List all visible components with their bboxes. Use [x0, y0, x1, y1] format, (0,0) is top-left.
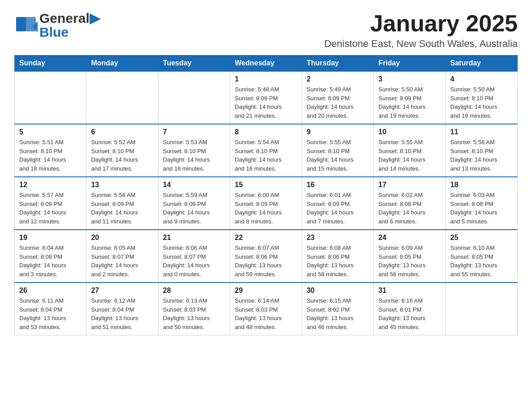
day-info: Sunrise: 6:04 AMSunset: 8:08 PMDaylight:…	[19, 244, 82, 278]
calendar-cell: 25Sunrise: 6:10 AMSunset: 8:05 PMDayligh…	[446, 230, 517, 283]
day-info: Sunrise: 6:12 AMSunset: 8:04 PMDaylight:…	[91, 296, 153, 331]
calendar-cell: 15Sunrise: 6:00 AMSunset: 8:09 PMDayligh…	[230, 177, 302, 230]
calendar-cell: 9Sunrise: 5:55 AMSunset: 8:10 PMDaylight…	[302, 124, 373, 177]
calendar-cell: 10Sunrise: 5:55 AMSunset: 8:10 PMDayligh…	[374, 124, 446, 177]
logo-blue-text: ▶	[90, 11, 100, 26]
day-number: 29	[235, 287, 297, 295]
day-info: Sunrise: 6:08 AMSunset: 8:06 PMDaylight:…	[307, 244, 369, 278]
day-number: 22	[235, 234, 297, 242]
title-section: January 2025 Denistone East, New South W…	[324, 11, 518, 50]
calendar-week-1: 1Sunrise: 5:48 AMSunset: 8:09 PMDaylight…	[15, 71, 518, 124]
day-info: Sunrise: 5:53 AMSunset: 8:10 PMDaylight:…	[163, 138, 225, 173]
day-number: 30	[307, 287, 369, 295]
calendar-cell: 30Sunrise: 6:15 AMSunset: 8:02 PMDayligh…	[302, 283, 373, 335]
day-number: 2	[307, 75, 369, 83]
page-header: General▶ Blue January 2025 Denistone Eas…	[14, 11, 518, 50]
calendar-cell: 1Sunrise: 5:48 AMSunset: 8:09 PMDaylight…	[230, 71, 302, 124]
day-info: Sunrise: 5:57 AMSunset: 8:09 PMDaylight:…	[19, 191, 82, 226]
day-number: 21	[163, 234, 225, 242]
calendar-cell: 7Sunrise: 5:53 AMSunset: 8:10 PMDaylight…	[158, 124, 230, 177]
day-number: 26	[19, 287, 82, 295]
day-number: 16	[307, 181, 369, 189]
day-info: Sunrise: 5:51 AMSunset: 8:10 PMDaylight:…	[19, 138, 82, 173]
svg-rect-1	[16, 17, 26, 31]
calendar-week-2: 5Sunrise: 5:51 AMSunset: 8:10 PMDaylight…	[15, 124, 518, 177]
calendar-week-3: 12Sunrise: 5:57 AMSunset: 8:09 PMDayligh…	[15, 177, 518, 230]
calendar-cell: 12Sunrise: 5:57 AMSunset: 8:09 PMDayligh…	[15, 177, 86, 230]
day-number: 31	[378, 287, 441, 295]
day-info: Sunrise: 5:54 AMSunset: 8:10 PMDaylight:…	[235, 138, 297, 173]
day-info: Sunrise: 6:14 AMSunset: 8:03 PMDaylight:…	[235, 296, 297, 331]
calendar-week-5: 26Sunrise: 6:11 AMSunset: 8:04 PMDayligh…	[15, 283, 518, 335]
calendar-cell: 22Sunrise: 6:07 AMSunset: 8:06 PMDayligh…	[230, 230, 302, 283]
day-info: Sunrise: 6:15 AMSunset: 8:02 PMDaylight:…	[307, 296, 369, 331]
day-number: 27	[91, 287, 153, 295]
calendar-cell: 11Sunrise: 5:56 AMSunset: 8:10 PMDayligh…	[446, 124, 517, 177]
day-info: Sunrise: 5:55 AMSunset: 8:10 PMDaylight:…	[378, 138, 441, 173]
calendar-cell: 2Sunrise: 5:49 AMSunset: 8:09 PMDaylight…	[302, 71, 373, 124]
day-info: Sunrise: 5:49 AMSunset: 8:09 PMDaylight:…	[307, 85, 369, 120]
day-info: Sunrise: 6:07 AMSunset: 8:06 PMDaylight:…	[235, 244, 297, 278]
calendar-cell: 29Sunrise: 6:14 AMSunset: 8:03 PMDayligh…	[230, 283, 302, 335]
calendar-cell: 3Sunrise: 5:50 AMSunset: 8:09 PMDaylight…	[374, 71, 446, 124]
calendar-cell: 17Sunrise: 6:02 AMSunset: 8:08 PMDayligh…	[374, 177, 446, 230]
day-info: Sunrise: 6:10 AMSunset: 8:05 PMDaylight:…	[450, 244, 513, 278]
header-wednesday: Wednesday	[230, 56, 302, 72]
day-number: 12	[19, 181, 82, 189]
day-number: 8	[235, 128, 297, 136]
day-info: Sunrise: 5:50 AMSunset: 8:09 PMDaylight:…	[378, 85, 441, 120]
header-sunday: Sunday	[15, 56, 86, 72]
calendar-cell: 18Sunrise: 6:03 AMSunset: 8:08 PMDayligh…	[446, 177, 517, 230]
day-info: Sunrise: 5:56 AMSunset: 8:10 PMDaylight:…	[450, 138, 513, 173]
calendar-cell: 14Sunrise: 5:59 AMSunset: 8:09 PMDayligh…	[158, 177, 230, 230]
day-info: Sunrise: 6:02 AMSunset: 8:08 PMDaylight:…	[378, 191, 441, 226]
calendar-cell: 13Sunrise: 5:58 AMSunset: 8:09 PMDayligh…	[86, 177, 158, 230]
day-number: 4	[450, 75, 513, 83]
day-number: 23	[307, 234, 369, 242]
header-friday: Friday	[374, 56, 446, 72]
day-info: Sunrise: 5:55 AMSunset: 8:10 PMDaylight:…	[307, 138, 369, 173]
calendar-cell	[15, 71, 86, 124]
day-info: Sunrise: 5:48 AMSunset: 8:09 PMDaylight:…	[235, 85, 297, 120]
day-number: 14	[163, 181, 225, 189]
calendar-cell: 5Sunrise: 5:51 AMSunset: 8:10 PMDaylight…	[15, 124, 86, 177]
logo-general: General	[39, 11, 90, 26]
day-number: 6	[91, 128, 153, 136]
calendar-cell: 20Sunrise: 6:05 AMSunset: 8:07 PMDayligh…	[86, 230, 158, 283]
day-info: Sunrise: 5:59 AMSunset: 8:09 PMDaylight:…	[163, 191, 225, 226]
calendar-cell: 24Sunrise: 6:09 AMSunset: 8:05 PMDayligh…	[374, 230, 446, 283]
header-monday: Monday	[86, 56, 158, 72]
day-number: 24	[378, 234, 441, 242]
calendar-cell: 8Sunrise: 5:54 AMSunset: 8:10 PMDaylight…	[230, 124, 302, 177]
day-info: Sunrise: 6:00 AMSunset: 8:09 PMDaylight:…	[235, 191, 297, 226]
day-number: 10	[378, 128, 441, 136]
day-info: Sunrise: 5:58 AMSunset: 8:09 PMDaylight:…	[91, 191, 153, 226]
day-number: 15	[235, 181, 297, 189]
calendar-cell	[446, 283, 517, 335]
calendar-cell: 19Sunrise: 6:04 AMSunset: 8:08 PMDayligh…	[15, 230, 86, 283]
calendar-cell: 27Sunrise: 6:12 AMSunset: 8:04 PMDayligh…	[86, 283, 158, 335]
header-tuesday: Tuesday	[158, 56, 230, 72]
day-number: 17	[378, 181, 441, 189]
location: Denistone East, New South Wales, Austral…	[324, 38, 518, 50]
header-thursday: Thursday	[302, 56, 373, 72]
day-number: 11	[450, 128, 513, 136]
day-number: 7	[163, 128, 225, 136]
calendar-cell: 4Sunrise: 5:50 AMSunset: 8:10 PMDaylight…	[446, 71, 517, 124]
day-info: Sunrise: 6:11 AMSunset: 8:04 PMDaylight:…	[19, 296, 82, 331]
day-info: Sunrise: 6:05 AMSunset: 8:07 PMDaylight:…	[91, 244, 153, 278]
day-number: 9	[307, 128, 369, 136]
day-info: Sunrise: 6:09 AMSunset: 8:05 PMDaylight:…	[378, 244, 441, 278]
day-info: Sunrise: 6:06 AMSunset: 8:07 PMDaylight:…	[163, 244, 225, 278]
day-number: 13	[91, 181, 153, 189]
day-info: Sunrise: 5:50 AMSunset: 8:10 PMDaylight:…	[450, 85, 513, 120]
calendar-cell	[86, 71, 158, 124]
calendar-cell: 21Sunrise: 6:06 AMSunset: 8:07 PMDayligh…	[158, 230, 230, 283]
day-number: 25	[450, 234, 513, 242]
calendar-cell: 23Sunrise: 6:08 AMSunset: 8:06 PMDayligh…	[302, 230, 373, 283]
day-info: Sunrise: 6:03 AMSunset: 8:08 PMDaylight:…	[450, 191, 513, 226]
calendar-cell: 16Sunrise: 6:01 AMSunset: 8:09 PMDayligh…	[302, 177, 373, 230]
calendar-cell: 26Sunrise: 6:11 AMSunset: 8:04 PMDayligh…	[15, 283, 86, 335]
calendar-header-row: Sunday Monday Tuesday Wednesday Thursday…	[15, 56, 518, 72]
day-number: 19	[19, 234, 82, 242]
